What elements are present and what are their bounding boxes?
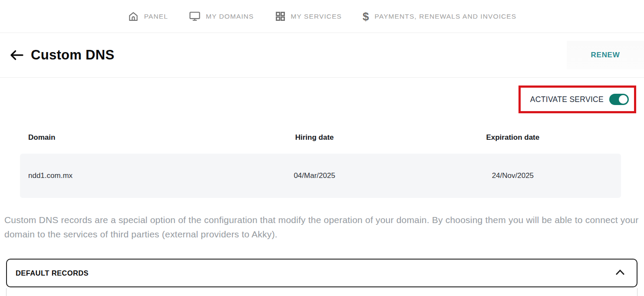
custom-dns-description: Custom DNS records are a special option … (4, 213, 640, 241)
highlight-box: ACTIVATE SERVICE (519, 86, 636, 113)
nav-item-my-services[interactable]: MY SERVICES (275, 11, 342, 22)
activate-service-row: ACTIVATE SERVICE (0, 86, 636, 113)
top-navigation: PANEL MY DOMAINS MY SERVICES (0, 0, 644, 33)
cell-expiration-date: 24/Nov/2025 (405, 171, 621, 180)
grid-icon (275, 11, 286, 22)
activate-service-toggle[interactable] (609, 94, 629, 105)
nav-item-my-domains[interactable]: MY DOMAINS (189, 11, 254, 22)
column-header-expiration-date: Expiration date (405, 133, 621, 142)
domains-table: Domain Hiring date Expiration date ndd1.… (20, 133, 621, 198)
renew-button[interactable]: RENEW (567, 41, 644, 69)
nav-item-label: MY DOMAINS (206, 13, 254, 20)
activate-service-label: ACTIVATE SERVICE (530, 95, 604, 104)
page-header: Custom DNS RENEW (0, 33, 644, 78)
monitor-icon (189, 11, 201, 22)
custom-dns-page: PANEL MY DOMAINS MY SERVICES (0, 0, 644, 296)
nav-item-payments[interactable]: $ PAYMENTS, RENEWALS AND INVOICES (363, 11, 516, 22)
default-records-label: DEFAULT RECORDS (16, 269, 89, 277)
nav-item-label: PAYMENTS, RENEWALS AND INVOICES (375, 13, 517, 20)
dollar-icon: $ (363, 11, 370, 22)
home-icon (128, 11, 139, 22)
default-records-accordion[interactable]: DEFAULT RECORDS (6, 259, 637, 287)
table-row: ndd1.com.mx 04/Mar/2025 24/Nov/2025 (20, 154, 621, 198)
cell-domain: ndd1.com.mx (20, 171, 225, 180)
nav-item-label: MY SERVICES (291, 13, 342, 20)
chevron-up-icon[interactable] (615, 269, 625, 277)
page-title: Custom DNS (31, 47, 114, 63)
toggle-knob (619, 95, 627, 104)
back-button[interactable] (9, 49, 24, 62)
cell-hiring-date: 04/Mar/2025 (225, 171, 405, 180)
column-header-domain: Domain (20, 133, 225, 142)
nav-item-panel[interactable]: PANEL (128, 11, 168, 22)
arrow-left-icon (9, 49, 24, 62)
default-records-body (6, 288, 637, 296)
column-header-hiring-date: Hiring date (225, 133, 405, 142)
nav-item-label: PANEL (144, 13, 168, 20)
table-header-row: Domain Hiring date Expiration date (20, 133, 621, 142)
